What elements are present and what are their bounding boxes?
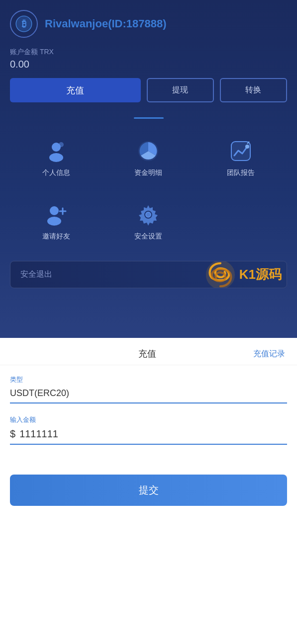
type-field: 类型 USDT(ERC20) [10,375,287,403]
tab-current[interactable]: 充值 [101,348,193,360]
amount-field: 输入金额 $ 1111111 [10,415,287,445]
top-section: ₿ Rivalwanjoe(ID:187888) 账户金额 TRX 0.00 充… [0,0,297,338]
action-buttons: 充值 提现 转换 [10,78,287,102]
submit-section: 提交 [0,467,297,521]
menu-label-fund: 资金明细 [134,168,162,177]
svg-point-9 [245,145,249,149]
menu-grid-row2: 邀请好友 安全设置 [10,192,287,251]
type-label: 类型 [10,375,287,384]
logout-button[interactable]: 安全退出 K1源码 [10,261,287,288]
person-icon [44,139,69,163]
watermark: K1源码 [205,261,282,288]
settings-icon [136,202,161,227]
add-person-icon [44,202,69,227]
watermark-text-label: K1源码 [239,266,282,283]
menu-item-fund-detail[interactable]: 资金明细 [102,129,195,187]
header: ₿ Rivalwanjoe(ID:187888) [10,10,287,38]
menu-item-invite[interactable]: 邀请好友 [10,192,102,251]
trend-icon [228,139,253,163]
bitcoin-avatar: ₿ [10,10,38,38]
submit-button[interactable]: 提交 [10,475,287,506]
bottom-section: 充值 充值记录 类型 USDT(ERC20) 输入金额 $ 1111111 提交 [0,338,297,521]
amount-label: 输入金额 [10,415,287,424]
form-section: 类型 USDT(ERC20) 输入金额 $ 1111111 [0,365,297,467]
k1-logo-icon [205,261,235,288]
amount-value[interactable]: 1111111 [19,428,58,440]
balance-label: 账户金额 TRX [10,48,287,57]
logout-label: 安全退出 [20,269,52,280]
menu-empty-cell [195,192,287,251]
recharge-button[interactable]: 充值 [10,78,141,102]
withdraw-button[interactable]: 提现 [147,78,214,102]
menu-label-invite: 邀请好友 [42,232,70,241]
menu-item-personal-info[interactable]: 个人信息 [10,129,102,187]
tab-history-link[interactable]: 充值记录 [194,349,287,359]
dollar-sign: $ [10,428,15,440]
menu-label-team: 团队报告 [227,168,255,177]
chart-icon [136,139,161,163]
menu-label-personal: 个人信息 [42,168,70,177]
divider [134,117,164,119]
svg-text:₿: ₿ [22,19,26,29]
svg-rect-7 [231,142,250,161]
svg-point-5 [59,142,64,147]
menu-label-security: 安全设置 [134,232,162,241]
svg-point-11 [50,206,59,215]
balance-amount: 0.00 [10,59,287,70]
amount-input-row[interactable]: $ 1111111 [10,428,287,445]
tab-bar: 充值 充值记录 [0,338,297,365]
username-label: Rivalwanjoe(ID:187888) [45,17,167,30]
svg-point-12 [47,217,61,226]
menu-item-security[interactable]: 安全设置 [102,192,195,251]
menu-grid-row1: 个人信息 资金明细 [10,129,287,187]
convert-button[interactable]: 转换 [220,78,287,102]
type-value[interactable]: USDT(ERC20) [10,388,287,403]
menu-item-team-report[interactable]: 团队报告 [195,129,287,187]
svg-point-4 [49,153,63,162]
